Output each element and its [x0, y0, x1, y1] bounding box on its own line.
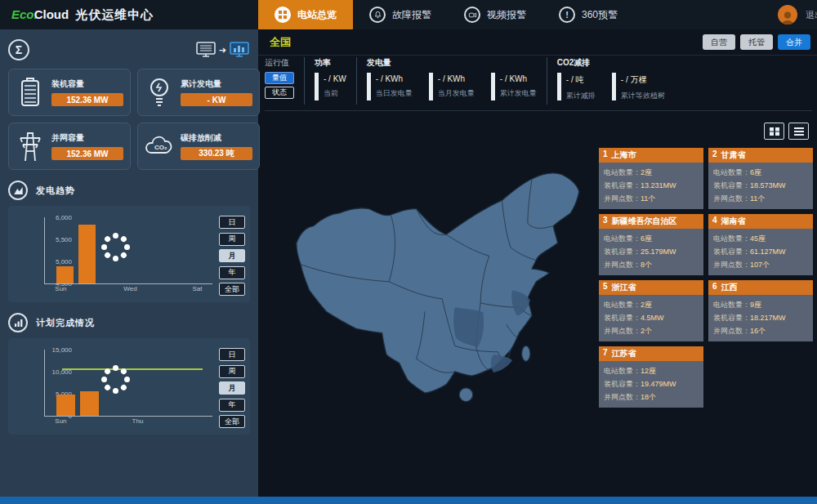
stat-value: 330.23 吨	[181, 147, 252, 160]
value: 4.5MW	[641, 314, 664, 322]
value: 18个	[641, 393, 656, 401]
total-generation-metric: - / KWh 累计发电量	[491, 73, 537, 100]
bar[interactable]	[56, 266, 74, 283]
video-camera-icon	[464, 7, 480, 23]
label: 装机容量：	[604, 314, 641, 322]
label: 电站数量：	[713, 168, 750, 176]
metrics-bar: 运行值 量值 状态 功率 - / KW 当前 发电量 - / KWh	[265, 57, 812, 111]
bar[interactable]	[80, 391, 99, 416]
metric-value: - / KWh	[438, 74, 475, 83]
logout-link[interactable]: 退出	[806, 9, 817, 21]
battery-icon	[16, 78, 45, 107]
app-title: 光伏运维中心	[75, 7, 154, 23]
exclamation-icon: !	[559, 7, 575, 23]
region-title: 全国	[270, 35, 291, 50]
plan-completion-header: 计划完成情况	[8, 312, 250, 333]
province-name: 江苏省	[612, 348, 636, 359]
user-area: 退出	[778, 0, 817, 29]
province-name: 上海市	[612, 149, 636, 161]
province-name: 江西	[721, 282, 738, 293]
china-outline	[297, 173, 579, 393]
range-week-button[interactable]: 周	[219, 365, 245, 378]
generation-trend-chart: 6,000 5,500 5,000 4,500 Sun Wed Sat 日 周 …	[8, 206, 250, 302]
value: 2座	[641, 301, 652, 309]
y-tick: 5,000	[56, 257, 72, 265]
divider	[304, 57, 305, 105]
list-view-icon[interactable]	[788, 123, 809, 140]
x-tick: Sun	[55, 417, 66, 425]
svg-text:CO₂: CO₂	[154, 144, 167, 151]
bar[interactable]	[56, 395, 75, 416]
value-option-button[interactable]: 量值	[265, 72, 294, 84]
monthly-generation-metric: - / KWh 当月发电量	[429, 73, 475, 100]
value: 13.231MW	[641, 181, 676, 190]
metric-bar-icon	[557, 73, 561, 100]
tab-station-overview[interactable]: 电站总览	[258, 0, 353, 29]
self-operated-button[interactable]: 自营	[703, 34, 735, 50]
stat-label: 并网容量	[51, 132, 123, 144]
china-map[interactable]	[288, 162, 631, 444]
province-card-zhejiang[interactable]: 5浙江省 电站数量：2座 装机容量：4.5MW 并网点数：2个	[599, 280, 703, 341]
metric-value: - / KWh	[376, 74, 413, 83]
range-year-button[interactable]: 年	[219, 266, 245, 279]
bar[interactable]	[78, 225, 96, 283]
range-day-button[interactable]: 日	[219, 348, 245, 361]
stat-label: 装机容量	[51, 78, 123, 90]
metric-bar-icon	[612, 73, 616, 100]
solar-badge-icon	[275, 7, 291, 23]
label: 并网点数：	[713, 327, 750, 335]
chart-plot-area: 15,000 10,000 5,000 0 Sun Thu	[44, 350, 212, 417]
label: 装机容量：	[713, 248, 750, 256]
managed-button[interactable]: 托管	[740, 34, 773, 50]
run-value-label: 运行值	[265, 57, 294, 69]
range-year-button[interactable]: 年	[219, 399, 245, 412]
arrow-right-icon: ➜	[219, 45, 226, 56]
metric-bar-icon	[491, 73, 495, 100]
range-week-button[interactable]: 周	[219, 233, 245, 246]
range-day-button[interactable]: 日	[219, 216, 245, 229]
chart-monitor-icon	[229, 41, 250, 59]
tab-label: 360预警	[582, 8, 618, 22]
grid-view-icon[interactable]	[764, 123, 784, 140]
combined-button[interactable]: 合并	[778, 34, 810, 50]
province-card-hunan[interactable]: 4湖南省 电站数量：45座 装机容量：61.127MW 并网点数：107个	[708, 214, 813, 275]
rank: 6	[712, 282, 717, 293]
daily-generation-metric: - / KWh 当日发电量	[367, 73, 413, 100]
bell-icon	[369, 7, 386, 23]
province-card-gansu[interactable]: 2甘肃省 电站数量：6座 装机容量：18.573MW 并网点数：11个	[708, 148, 813, 209]
display-mode-toggle[interactable]: ➜	[195, 41, 250, 59]
label: 电站数量：	[604, 234, 641, 243]
range-month-button[interactable]: 月	[219, 381, 245, 395]
tab-360-warning[interactable]: ! 360预警	[542, 0, 634, 29]
bulb-icon	[145, 77, 174, 108]
value: 19.479MW	[641, 380, 676, 388]
metric-bar-icon	[429, 73, 433, 100]
value: 16个	[750, 327, 766, 335]
divider	[356, 57, 357, 105]
stat-cards: 装机容量 152.36 MW 累计发电量 - KW 并网容量	[8, 69, 250, 170]
range-all-button[interactable]: 全部	[219, 283, 245, 296]
user-avatar-icon[interactable]	[778, 5, 797, 25]
range-all-button[interactable]: 全部	[219, 415, 245, 428]
label: 并网点数：	[713, 261, 750, 269]
co2-cloud-icon: CO₂	[145, 134, 174, 158]
province-card-jiangxi[interactable]: 6江西 电站数量：9座 装机容量：18.217MW 并网点数：16个	[708, 280, 813, 341]
tab-video-alarm[interactable]: 视频报警	[448, 0, 542, 29]
stat-installed-capacity: 装机容量 152.36 MW	[8, 69, 131, 116]
province-card-jiangsu[interactable]: 7江苏省 电站数量：12座 装机容量：19.479MW 并网点数：18个	[599, 346, 703, 408]
value: 2座	[641, 168, 652, 176]
metric-sub: 累计等效植树	[621, 91, 665, 101]
province-card-shanghai[interactable]: 1上海市 电站数量：2座 装机容量：13.231MW 并网点数：11个	[599, 148, 703, 209]
province-card-xinjiang[interactable]: 3新疆维吾尔自治区 电站数量：6座 装机容量：25.179MW 并网点数：8个	[599, 214, 703, 275]
label: 装机容量：	[604, 380, 641, 388]
tab-fault-alarm[interactable]: 故障报警	[353, 0, 448, 29]
power-value: - / KW	[324, 74, 346, 83]
metric-value: - / 万棵	[621, 74, 665, 86]
tab-label: 视频报警	[487, 8, 526, 22]
range-month-button[interactable]: 月	[219, 249, 245, 262]
power-tower-icon	[16, 130, 45, 163]
value: 2个	[641, 327, 652, 335]
metric-sub: 当月发电量	[438, 88, 475, 99]
status-option-button[interactable]: 状态	[265, 87, 294, 99]
value: 61.127MW	[750, 248, 786, 256]
